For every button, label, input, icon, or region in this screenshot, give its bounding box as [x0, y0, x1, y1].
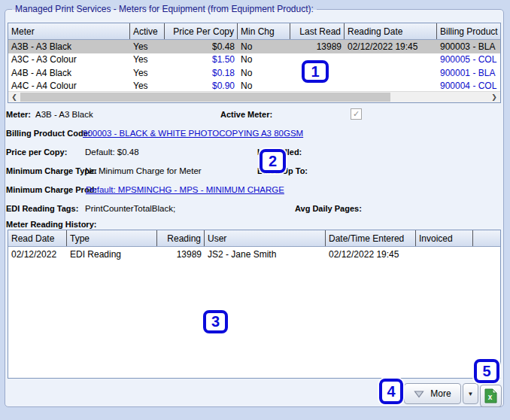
- scroll-right-icon[interactable]: ❯: [489, 92, 499, 102]
- cell-price: $0.48: [165, 41, 238, 52]
- meter-reading-history-table: Read Date Type Reading User Date/Time En…: [8, 230, 501, 379]
- cell-active: Yes: [130, 68, 165, 78]
- cell-billing-product: 900001 - BLA: [437, 68, 500, 78]
- cell-billing-product: 900005 - COL: [437, 54, 500, 65]
- meters-table-header: Meter Active Price Per Copy Min Chg Last…: [8, 23, 500, 40]
- meter-row-a3b[interactable]: A3B - A3 Black Yes $0.48 No 13989 02/12/…: [8, 40, 500, 53]
- meters-group-panel: Managed Print Services - Meters for Equi…: [5, 9, 504, 407]
- active-meter-checkbox[interactable]: ✓: [351, 108, 362, 120]
- col-header-datetime-entered[interactable]: Date/Time Entered: [326, 230, 416, 246]
- history-row[interactable]: 02/12/2022 EDI Reading 13989 JS2 - Jane …: [8, 247, 500, 261]
- cell-meter: A4B - A4 Black: [8, 68, 130, 78]
- cell-last-read: 13989: [290, 41, 345, 52]
- col-header-reading-date[interactable]: Reading Date: [345, 23, 437, 39]
- cell-meter: A3B - A3 Black: [8, 41, 130, 52]
- active-meter-label: Active Meter:: [220, 110, 272, 119]
- minimum-charge-prod-label: Minimum Charge Prod:: [6, 185, 97, 194]
- meter-reading-history-label: Meter Reading History:: [6, 220, 96, 229]
- app-background: { "group_title": "Managed Print Services…: [0, 0, 510, 420]
- col-header-type[interactable]: Type: [67, 230, 157, 246]
- col-header-reading[interactable]: Reading: [157, 230, 205, 246]
- col-header-billing-product[interactable]: Billing Product: [437, 23, 500, 39]
- minimum-charge-type-label: Minimum Charge Type:: [6, 166, 97, 175]
- meter-row-a4b[interactable]: A4B - A4 Black Yes $0.18 No 900001 - BLA: [8, 66, 500, 80]
- col-header-meter[interactable]: Meter: [8, 23, 130, 39]
- cell-active: Yes: [130, 41, 165, 52]
- cell-active: Yes: [130, 81, 165, 91]
- cell-reading: 13989: [157, 249, 205, 260]
- meter-label: Meter:: [6, 110, 31, 119]
- cell-min-chg: No: [238, 41, 290, 52]
- col-header-user[interactable]: User: [205, 230, 326, 246]
- history-table-header: Read Date Type Reading User Date/Time En…: [8, 230, 500, 247]
- col-header-read-date[interactable]: Read Date: [8, 230, 67, 246]
- cell-billing-product: 900003 - BLA: [437, 41, 500, 52]
- annotation-badge-1: 1: [302, 60, 329, 83]
- cell-read-date: 02/12/2022: [8, 249, 67, 260]
- export-excel-button[interactable]: x: [480, 385, 502, 407]
- triangle-down-icon: [414, 390, 424, 398]
- meter-value: A3B - A3 Black: [35, 110, 93, 119]
- cell-min-chg: No: [238, 81, 290, 91]
- col-header-price-per-copy[interactable]: Price Per Copy: [165, 23, 238, 39]
- col-header-min-chg[interactable]: Min Chg: [238, 23, 290, 39]
- cell-active: Yes: [130, 54, 165, 65]
- svg-text:x: x: [488, 393, 493, 401]
- cell-datetime-entered: 02/12/2022 19:45: [326, 249, 416, 260]
- price-per-copy-value: Default: $0.48: [85, 148, 139, 157]
- billing-product-label: Billing Product Code:: [6, 129, 90, 138]
- col-header-invoiced[interactable]: Invoiced: [416, 230, 473, 246]
- col-header-filler: [473, 230, 500, 246]
- annotation-badge-4: 4: [379, 379, 403, 404]
- scrollbar-thumb[interactable]: [20, 93, 390, 102]
- annotation-badge-2: 2: [260, 149, 286, 173]
- col-header-active[interactable]: Active: [130, 23, 165, 39]
- col-header-last-read[interactable]: Last Read: [290, 23, 345, 39]
- scroll-left-icon[interactable]: ❮: [9, 92, 20, 102]
- cell-reading-date: 02/12/2022 19:45: [345, 41, 437, 52]
- group-title: Managed Print Services - Meters for Equi…: [12, 4, 317, 14]
- more-button-label: More: [430, 388, 451, 399]
- meter-row-a3c[interactable]: A3C - A3 Colour Yes $1.50 No 900005 - CO…: [8, 53, 500, 67]
- more-button[interactable]: More: [404, 383, 461, 404]
- minimum-charge-type-value: No Minimum Charge for Meter: [85, 166, 202, 175]
- excel-icon: x: [484, 388, 497, 403]
- annotation-badge-3: 3: [203, 310, 228, 333]
- cell-price: $1.50: [165, 54, 238, 65]
- cell-meter: A3C - A3 Colour: [8, 54, 130, 65]
- price-per-copy-label: Price per Copy:: [6, 148, 67, 157]
- annotation-badge-5: 5: [474, 359, 499, 383]
- minimum-charge-product-link[interactable]: Default: MPSMINCHG - MPS - MINIMUM CHARG…: [86, 185, 284, 194]
- cell-price: $0.18: [165, 68, 238, 78]
- cell-user: JS2 - Jane Smith: [205, 249, 326, 260]
- edi-reading-tags-value: PrintCounterTotalBlack;: [85, 204, 175, 213]
- edi-reading-tags-label: EDI Reading Tags:: [6, 204, 78, 213]
- cell-price: $0.90: [165, 81, 238, 91]
- cell-min-chg: No: [238, 68, 290, 78]
- cell-meter: A4C - A4 Colour: [8, 81, 130, 91]
- meters-table: Meter Active Price Per Copy Min Chg Last…: [8, 23, 501, 103]
- cell-billing-product: 900004 - COL: [437, 81, 500, 91]
- checkmark-icon: ✓: [353, 109, 360, 118]
- billing-product-link[interactable]: 900003 - BLACK & WHITE PHOTOCOPYING A3 8…: [83, 129, 303, 138]
- cell-type: EDI Reading: [67, 249, 157, 260]
- dropdown-arrow-icon: ▼: [468, 391, 474, 397]
- avg-daily-pages-label: Avg Daily Pages:: [295, 204, 362, 213]
- cell-min-chg: No: [238, 54, 290, 65]
- more-dropdown-button[interactable]: ▼: [463, 383, 478, 404]
- horizontal-scrollbar[interactable]: ❮ ❯: [8, 91, 500, 102]
